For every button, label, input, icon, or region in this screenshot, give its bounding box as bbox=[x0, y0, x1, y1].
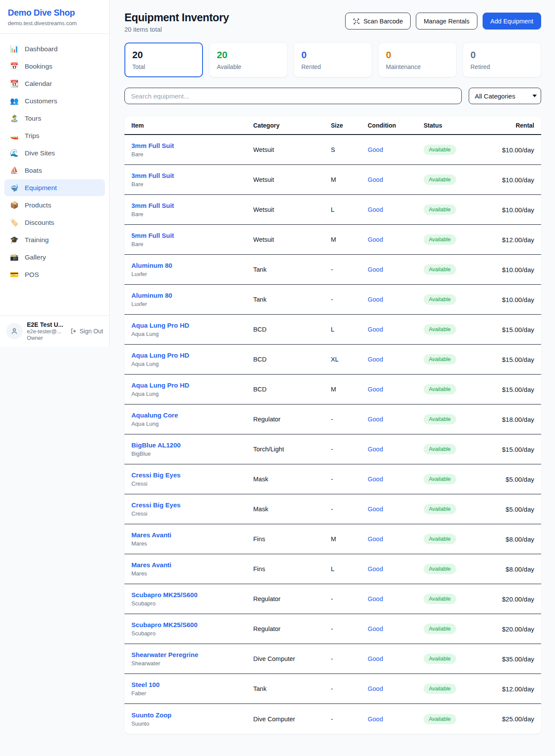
size-cell: L bbox=[331, 326, 368, 333]
status-badge: Available bbox=[424, 174, 456, 185]
condition-link[interactable]: Good bbox=[368, 716, 383, 723]
sidebar: Demo Dive Shop demo.test.divestreams.com… bbox=[0, 0, 110, 346]
item-cell: Aluminum 80 Luxfer bbox=[131, 292, 253, 307]
condition-link[interactable]: Good bbox=[368, 326, 383, 333]
condition-link[interactable]: Good bbox=[368, 536, 383, 542]
stats-row: 20 Total 20 Available 0 Rented 0 Mainten… bbox=[124, 43, 541, 77]
category-cell: Wetsuit bbox=[253, 206, 331, 213]
item-name-link[interactable]: Cressi Big Eyes bbox=[131, 501, 253, 509]
item-brand: Luxfer bbox=[131, 301, 253, 307]
condition-link[interactable]: Good bbox=[368, 685, 383, 692]
condition-link[interactable]: Good bbox=[368, 565, 383, 572]
condition-link[interactable]: Good bbox=[368, 655, 383, 662]
table-row: Aqua Lung Pro HD Aqua Lung BCD XL Good A… bbox=[124, 345, 541, 375]
item-name-link[interactable]: BigBlue AL1200 bbox=[131, 441, 253, 449]
condition-link[interactable]: Good bbox=[368, 176, 383, 183]
item-name-link[interactable]: Scubapro MK25/S600 bbox=[131, 591, 253, 598]
condition-link[interactable]: Good bbox=[368, 236, 383, 243]
sidebar-nav-item[interactable]: 🚤 Trips bbox=[4, 127, 105, 144]
rental-cell: $15.00/day bbox=[489, 356, 534, 363]
condition-link[interactable]: Good bbox=[368, 386, 383, 393]
item-name-link[interactable]: Steel 100 bbox=[131, 681, 253, 688]
manage-rentals-button[interactable]: Manage Rentals bbox=[416, 13, 477, 30]
sidebar-nav-item[interactable]: 📅 Bookings bbox=[4, 58, 105, 75]
size-cell: - bbox=[331, 716, 368, 723]
condition-link[interactable]: Good bbox=[368, 595, 383, 602]
size-cell: - bbox=[331, 446, 368, 453]
condition-link[interactable]: Good bbox=[368, 506, 383, 513]
sidebar-nav-item[interactable]: 🌊 Dive Sites bbox=[4, 145, 105, 161]
rental-cell: $35.00/day bbox=[489, 655, 534, 663]
item-name-link[interactable]: Cressi Big Eyes bbox=[131, 471, 253, 479]
category-select[interactable]: All Categories bbox=[469, 88, 541, 104]
item-name-link[interactable]: Aluminum 80 bbox=[131, 262, 253, 269]
item-name-link[interactable]: Aluminum 80 bbox=[131, 292, 253, 299]
item-brand: Aqua Lung bbox=[131, 331, 253, 337]
sidebar-nav-item[interactable]: 📊 Dashboard bbox=[4, 40, 105, 57]
rental-cell: $12.00/day bbox=[489, 236, 534, 243]
item-name-link[interactable]: 3mm Full Suit bbox=[131, 172, 253, 179]
item-name-link[interactable]: Aqua Lung Pro HD bbox=[131, 381, 253, 389]
sidebar-nav-item[interactable]: 📸 Gallery bbox=[4, 249, 105, 266]
condition-cell: Good bbox=[368, 146, 424, 153]
condition-link[interactable]: Good bbox=[368, 476, 383, 483]
condition-link[interactable]: Good bbox=[368, 446, 383, 453]
condition-link[interactable]: Good bbox=[368, 416, 383, 423]
condition-link[interactable]: Good bbox=[368, 266, 383, 273]
user-role: Owner bbox=[27, 335, 66, 341]
stat-card[interactable]: 0 Retired bbox=[463, 43, 541, 77]
table-row: Scubapro MK25/S600 Scubapro Regulator - … bbox=[124, 584, 541, 614]
main-content: Equipment Inventory 20 items total Scan … bbox=[110, 0, 555, 748]
item-name-link[interactable]: 5mm Full Suit bbox=[131, 232, 253, 239]
size-cell: - bbox=[331, 296, 368, 303]
stat-card[interactable]: 0 Maintenance bbox=[378, 43, 457, 77]
stat-value: 20 bbox=[132, 49, 195, 61]
item-brand: Bare bbox=[131, 241, 253, 247]
item-cell: Aqua Lung Pro HD Aqua Lung bbox=[131, 381, 253, 397]
stat-card[interactable]: 20 Total bbox=[124, 43, 203, 77]
scan-barcode-button[interactable]: Scan Barcode bbox=[345, 13, 411, 30]
item-name-link[interactable]: Mares Avanti bbox=[131, 561, 253, 569]
nav-item-label: Tours bbox=[25, 115, 41, 122]
condition-link[interactable]: Good bbox=[368, 296, 383, 303]
status-badge: Available bbox=[424, 145, 456, 155]
item-name-link[interactable]: Aqua Lung Pro HD bbox=[131, 352, 253, 359]
shop-logo-block: Demo Dive Shop demo.test.divestreams.com bbox=[0, 0, 109, 34]
stat-label: Maintenance bbox=[386, 63, 449, 70]
sidebar-nav-item[interactable]: 🏷️ Discounts bbox=[4, 214, 105, 231]
item-name-link[interactable]: 3mm Full Suit bbox=[131, 202, 253, 209]
sidebar-nav-item[interactable]: 👥 Customers bbox=[4, 92, 105, 109]
sidebar-nav-item[interactable]: 💳 POS bbox=[4, 266, 105, 283]
condition-link[interactable]: Good bbox=[368, 206, 383, 213]
sign-out-button[interactable]: Sign Out bbox=[70, 328, 103, 335]
item-name-link[interactable]: Aqualung Core bbox=[131, 411, 253, 419]
stat-value: 0 bbox=[470, 49, 533, 61]
shop-domain: demo.test.divestreams.com bbox=[8, 20, 101, 26]
sidebar-nav-item[interactable]: 🏝️ Tours bbox=[4, 110, 105, 127]
item-name-link[interactable]: Scubapro MK25/S600 bbox=[131, 621, 253, 628]
stat-card[interactable]: 20 Available bbox=[209, 43, 287, 77]
condition-cell: Good bbox=[368, 595, 424, 602]
search-input[interactable] bbox=[124, 88, 462, 104]
condition-link[interactable]: Good bbox=[368, 356, 383, 363]
shop-name[interactable]: Demo Dive Shop bbox=[8, 8, 101, 18]
item-name-link[interactable]: Aqua Lung Pro HD bbox=[131, 322, 253, 329]
status-cell: Available bbox=[424, 684, 489, 694]
item-name-link[interactable]: Shearwater Peregrine bbox=[131, 651, 253, 658]
sidebar-nav-item[interactable]: ⛵ Boats bbox=[4, 162, 105, 179]
condition-link[interactable]: Good bbox=[368, 146, 383, 153]
nav-item-icon: 📸 bbox=[10, 253, 19, 261]
item-name-link[interactable]: Mares Avanti bbox=[131, 531, 253, 539]
item-name-link[interactable]: 3mm Full Suit bbox=[131, 142, 253, 149]
sidebar-nav-item[interactable]: 🎓 Training bbox=[4, 231, 105, 248]
item-name-link[interactable]: Suunto Zoop bbox=[131, 711, 253, 719]
item-brand: Aqua Lung bbox=[131, 361, 253, 367]
status-badge: Available bbox=[424, 264, 456, 275]
add-equipment-button[interactable]: Add Equipment bbox=[483, 13, 541, 30]
condition-link[interactable]: Good bbox=[368, 625, 383, 632]
sidebar-nav-item[interactable]: 📦 Products bbox=[4, 197, 105, 214]
sidebar-nav-item[interactable]: 📆 Calendar bbox=[4, 75, 105, 92]
stat-card[interactable]: 0 Rented bbox=[294, 43, 372, 77]
sidebar-nav-item[interactable]: 🤿 Equipment bbox=[4, 179, 105, 196]
nav-item-icon: 💳 bbox=[10, 270, 19, 279]
